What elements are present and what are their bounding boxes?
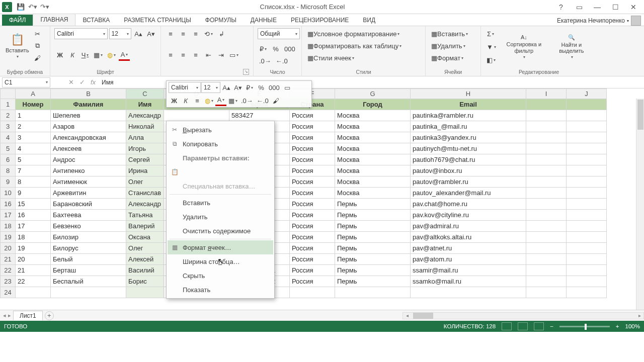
cell[interactable]: Николай bbox=[126, 121, 164, 132]
clear-icon[interactable]: ◧▾ bbox=[485, 54, 497, 65]
cell[interactable]: pav@atom.ru bbox=[411, 254, 526, 265]
number-format-combo[interactable]: Общий▾ bbox=[258, 28, 300, 39]
menu-hide[interactable]: Скрыть bbox=[168, 268, 273, 283]
cell[interactable] bbox=[164, 110, 229, 121]
cell[interactable]: 1 bbox=[16, 110, 51, 121]
cell[interactable] bbox=[567, 165, 607, 176]
mini-currency-icon[interactable]: ₽▾ bbox=[244, 82, 255, 93]
decrease-indent-icon[interactable]: ⇤ bbox=[203, 50, 214, 61]
cell[interactable]: 2 bbox=[16, 121, 51, 132]
menu-show[interactable]: Показать bbox=[168, 283, 273, 297]
worksheet-grid[interactable]: ABCDEFGHIJ1НомерФамилияИмяефонСтранаГоро… bbox=[0, 88, 644, 310]
row-header[interactable]: 18 bbox=[1, 221, 16, 232]
cell[interactable]: Москва bbox=[335, 188, 411, 199]
cell[interactable]: Россия bbox=[290, 110, 335, 121]
row-header[interactable]: 2 bbox=[1, 110, 16, 121]
cell[interactable]: ssamko@mail.ru bbox=[411, 276, 526, 287]
cell[interactable]: Олег bbox=[126, 243, 164, 254]
cell[interactable]: Москва bbox=[335, 154, 411, 165]
cell[interactable]: Алексеев bbox=[51, 143, 126, 154]
cell[interactable] bbox=[526, 276, 567, 287]
enter-formula-icon[interactable]: ✓ bbox=[76, 78, 88, 86]
cut-icon[interactable]: ✂ bbox=[32, 28, 43, 39]
cell[interactable]: Беспалый bbox=[51, 276, 126, 287]
cell[interactable]: Пермь bbox=[335, 254, 411, 265]
col-header-G[interactable]: G bbox=[335, 89, 411, 99]
insert-cells-button[interactable]: ▦ Вставить▾ bbox=[430, 28, 476, 39]
cell[interactable] bbox=[526, 188, 567, 199]
cell[interactable] bbox=[290, 287, 335, 298]
cell[interactable]: Станислав bbox=[126, 188, 164, 199]
cell[interactable] bbox=[567, 143, 607, 154]
cell[interactable]: pautinych@mtu-net.ru bbox=[411, 143, 526, 154]
mini-font-color-icon[interactable]: A▾ bbox=[215, 95, 226, 106]
cell[interactable]: Email bbox=[411, 99, 526, 110]
col-header-I[interactable]: I bbox=[526, 89, 567, 99]
menu-insert[interactable]: Вставить bbox=[168, 196, 273, 210]
cell[interactable]: pav@altkoks.altai.ru bbox=[411, 232, 526, 243]
cell[interactable]: Россия bbox=[290, 143, 335, 154]
row-header[interactable]: 1 bbox=[1, 99, 16, 110]
mini-shrink-font-icon[interactable]: A▾ bbox=[232, 82, 244, 93]
cell[interactable]: Россия bbox=[290, 176, 335, 188]
cell[interactable]: Россия bbox=[290, 132, 335, 143]
cell[interactable] bbox=[567, 154, 607, 165]
menu-copy[interactable]: ⧉Копировать bbox=[168, 137, 273, 151]
cell[interactable]: 4 bbox=[16, 143, 51, 154]
cell[interactable]: Александр bbox=[126, 110, 164, 121]
cell[interactable]: Алла bbox=[126, 132, 164, 143]
cell[interactable]: Андрос bbox=[51, 154, 126, 165]
cell[interactable]: Пермь bbox=[335, 265, 411, 276]
cell[interactable] bbox=[567, 276, 607, 287]
cell[interactable]: Пермь bbox=[335, 232, 411, 243]
cell[interactable]: Россия bbox=[290, 154, 335, 165]
mini-format-painter-icon[interactable]: 🖌 bbox=[271, 95, 282, 106]
cell[interactable] bbox=[526, 110, 567, 121]
cell[interactable] bbox=[526, 243, 567, 254]
cell[interactable] bbox=[526, 99, 567, 110]
cell[interactable] bbox=[526, 210, 567, 221]
cell[interactable]: 17 bbox=[16, 221, 51, 232]
minimize-icon[interactable]: — bbox=[591, 2, 604, 12]
cell[interactable]: Александровская bbox=[51, 132, 126, 143]
align-left-icon[interactable]: ≡ bbox=[165, 50, 176, 61]
find-select-button[interactable]: 🔍Найти и выделить▾ bbox=[550, 31, 593, 63]
row-header[interactable]: 23 bbox=[1, 276, 16, 287]
decrease-font-icon[interactable]: A▾ bbox=[145, 28, 156, 39]
cell[interactable]: 21 bbox=[16, 265, 51, 276]
sheet-nav-prev[interactable]: ◂ bbox=[3, 312, 6, 319]
cell[interactable]: Россия bbox=[290, 121, 335, 132]
decrease-decimal-icon[interactable]: ←.0 bbox=[274, 56, 289, 67]
row-header[interactable]: 3 bbox=[1, 121, 16, 132]
cell[interactable]: 16 bbox=[16, 210, 51, 221]
row-header[interactable]: 19 bbox=[1, 232, 16, 243]
cell[interactable]: Пермь bbox=[335, 276, 411, 287]
cell[interactable] bbox=[526, 132, 567, 143]
cell[interactable] bbox=[567, 121, 607, 132]
ribbon-options-icon[interactable]: ▭ bbox=[573, 2, 586, 12]
mini-inc-dec-icon[interactable]: .0→ bbox=[239, 95, 255, 106]
cell[interactable]: 9 bbox=[16, 188, 51, 199]
cell[interactable] bbox=[567, 265, 607, 276]
view-page-break-icon[interactable] bbox=[534, 322, 544, 330]
cell[interactable]: Россия bbox=[290, 210, 335, 221]
cell[interactable]: Аржевитин bbox=[51, 188, 126, 199]
cell[interactable]: Татьяна bbox=[126, 210, 164, 221]
vertical-scrollbar[interactable] bbox=[636, 99, 644, 310]
cell[interactable]: Москва bbox=[335, 143, 411, 154]
row-header[interactable]: 9 bbox=[1, 176, 16, 188]
row-header[interactable]: 24 bbox=[1, 287, 16, 298]
mini-border-icon[interactable]: ▦▾ bbox=[227, 95, 239, 106]
cell[interactable]: pav@admiral.ru bbox=[411, 221, 526, 232]
cell[interactable]: 15 bbox=[16, 199, 51, 210]
cell[interactable] bbox=[526, 287, 567, 298]
mini-size-combo[interactable]: 12▾ bbox=[201, 82, 220, 93]
tab-разметка страницы[interactable]: РАЗМЕТКА СТРАНИЦЫ bbox=[117, 15, 198, 26]
row-header[interactable]: 5 bbox=[1, 143, 16, 154]
user-name[interactable]: Екатерина Нечипоренко bbox=[557, 17, 625, 24]
cell[interactable]: pav@atnet.ru bbox=[411, 243, 526, 254]
menu-format-cells[interactable]: ▦Формат ячеек… bbox=[168, 240, 273, 254]
delete-cells-button[interactable]: ▦ Удалить▾ bbox=[430, 40, 476, 51]
percent-icon[interactable]: % bbox=[270, 43, 281, 54]
cell[interactable]: Борис bbox=[126, 276, 164, 287]
